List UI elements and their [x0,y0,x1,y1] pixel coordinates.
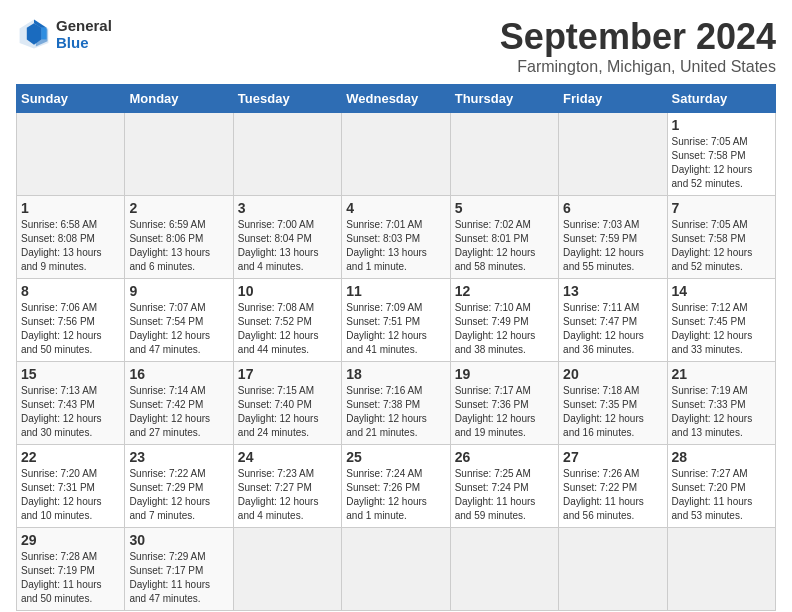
col-header-monday: Monday [125,85,233,113]
day-number: 1 [672,117,771,133]
calendar-cell [559,528,667,611]
day-number: 7 [672,200,771,216]
calendar-header-row: SundayMondayTuesdayWednesdayThursdayFrid… [17,85,776,113]
day-info: Sunrise: 7:28 AMSunset: 7:19 PMDaylight:… [21,550,120,606]
day-info: Sunrise: 7:29 AMSunset: 7:17 PMDaylight:… [129,550,228,606]
col-header-wednesday: Wednesday [342,85,450,113]
day-info: Sunrise: 7:02 AMSunset: 8:01 PMDaylight:… [455,218,554,274]
calendar-cell: 17Sunrise: 7:15 AMSunset: 7:40 PMDayligh… [233,362,341,445]
day-info: Sunrise: 7:06 AMSunset: 7:56 PMDaylight:… [21,301,120,357]
calendar-cell: 6Sunrise: 7:03 AMSunset: 7:59 PMDaylight… [559,196,667,279]
day-info: Sunrise: 7:25 AMSunset: 7:24 PMDaylight:… [455,467,554,523]
day-info: Sunrise: 7:01 AMSunset: 8:03 PMDaylight:… [346,218,445,274]
calendar-cell: 24Sunrise: 7:23 AMSunset: 7:27 PMDayligh… [233,445,341,528]
day-number: 15 [21,366,120,382]
day-number: 5 [455,200,554,216]
day-number: 22 [21,449,120,465]
day-info: Sunrise: 7:15 AMSunset: 7:40 PMDaylight:… [238,384,337,440]
calendar-cell: 22Sunrise: 7:20 AMSunset: 7:31 PMDayligh… [17,445,125,528]
day-info: Sunrise: 7:19 AMSunset: 7:33 PMDaylight:… [672,384,771,440]
day-info: Sunrise: 6:58 AMSunset: 8:08 PMDaylight:… [21,218,120,274]
calendar-cell: 13Sunrise: 7:11 AMSunset: 7:47 PMDayligh… [559,279,667,362]
day-number: 9 [129,283,228,299]
calendar-week-1: 1Sunrise: 6:58 AMSunset: 8:08 PMDaylight… [17,196,776,279]
calendar-cell [233,528,341,611]
calendar-cell: 7Sunrise: 7:05 AMSunset: 7:58 PMDaylight… [667,196,775,279]
calendar-cell: 18Sunrise: 7:16 AMSunset: 7:38 PMDayligh… [342,362,450,445]
day-info: Sunrise: 7:11 AMSunset: 7:47 PMDaylight:… [563,301,662,357]
location-subtitle: Farmington, Michigan, United States [500,58,776,76]
day-number: 28 [672,449,771,465]
day-number: 14 [672,283,771,299]
calendar-cell [342,528,450,611]
calendar-cell: 25Sunrise: 7:24 AMSunset: 7:26 PMDayligh… [342,445,450,528]
calendar-cell: 16Sunrise: 7:14 AMSunset: 7:42 PMDayligh… [125,362,233,445]
calendar-table: SundayMondayTuesdayWednesdayThursdayFrid… [16,84,776,611]
calendar-cell: 14Sunrise: 7:12 AMSunset: 7:45 PMDayligh… [667,279,775,362]
calendar-cell [342,113,450,196]
day-info: Sunrise: 7:16 AMSunset: 7:38 PMDaylight:… [346,384,445,440]
day-number: 19 [455,366,554,382]
day-info: Sunrise: 7:23 AMSunset: 7:27 PMDaylight:… [238,467,337,523]
calendar-cell: 26Sunrise: 7:25 AMSunset: 7:24 PMDayligh… [450,445,558,528]
page-header: General Blue September 2024 Farmington, … [16,16,776,76]
calendar-cell: 5Sunrise: 7:02 AMSunset: 8:01 PMDaylight… [450,196,558,279]
day-info: Sunrise: 7:12 AMSunset: 7:45 PMDaylight:… [672,301,771,357]
day-number: 25 [346,449,445,465]
day-number: 30 [129,532,228,548]
day-info: Sunrise: 7:14 AMSunset: 7:42 PMDaylight:… [129,384,228,440]
day-number: 26 [455,449,554,465]
calendar-week-3: 15Sunrise: 7:13 AMSunset: 7:43 PMDayligh… [17,362,776,445]
day-info: Sunrise: 7:27 AMSunset: 7:20 PMDaylight:… [672,467,771,523]
calendar-week-2: 8Sunrise: 7:06 AMSunset: 7:56 PMDaylight… [17,279,776,362]
logo-icon [16,16,52,52]
day-number: 20 [563,366,662,382]
logo: General Blue [16,16,112,52]
day-info: Sunrise: 7:08 AMSunset: 7:52 PMDaylight:… [238,301,337,357]
calendar-cell: 2Sunrise: 6:59 AMSunset: 8:06 PMDaylight… [125,196,233,279]
day-number: 23 [129,449,228,465]
title-block: September 2024 Farmington, Michigan, Uni… [500,16,776,76]
calendar-cell [559,113,667,196]
day-info: Sunrise: 7:13 AMSunset: 7:43 PMDaylight:… [21,384,120,440]
calendar-cell: 9Sunrise: 7:07 AMSunset: 7:54 PMDaylight… [125,279,233,362]
day-info: Sunrise: 7:22 AMSunset: 7:29 PMDaylight:… [129,467,228,523]
calendar-cell [450,528,558,611]
day-number: 12 [455,283,554,299]
calendar-cell: 30Sunrise: 7:29 AMSunset: 7:17 PMDayligh… [125,528,233,611]
day-number: 2 [129,200,228,216]
day-info: Sunrise: 7:03 AMSunset: 7:59 PMDaylight:… [563,218,662,274]
calendar-cell: 11Sunrise: 7:09 AMSunset: 7:51 PMDayligh… [342,279,450,362]
calendar-cell [667,528,775,611]
day-number: 21 [672,366,771,382]
col-header-thursday: Thursday [450,85,558,113]
day-number: 11 [346,283,445,299]
day-number: 10 [238,283,337,299]
col-header-tuesday: Tuesday [233,85,341,113]
logo-text: General Blue [56,17,112,51]
day-info: Sunrise: 7:18 AMSunset: 7:35 PMDaylight:… [563,384,662,440]
day-number: 27 [563,449,662,465]
day-info: Sunrise: 6:59 AMSunset: 8:06 PMDaylight:… [129,218,228,274]
month-year-title: September 2024 [500,16,776,58]
day-info: Sunrise: 7:17 AMSunset: 7:36 PMDaylight:… [455,384,554,440]
day-info: Sunrise: 7:05 AMSunset: 7:58 PMDaylight:… [672,218,771,274]
day-number: 13 [563,283,662,299]
calendar-cell: 28Sunrise: 7:27 AMSunset: 7:20 PMDayligh… [667,445,775,528]
day-info: Sunrise: 7:10 AMSunset: 7:49 PMDaylight:… [455,301,554,357]
calendar-week-0: 1Sunrise: 7:05 AMSunset: 7:58 PMDaylight… [17,113,776,196]
day-number: 18 [346,366,445,382]
calendar-week-5: 29Sunrise: 7:28 AMSunset: 7:19 PMDayligh… [17,528,776,611]
calendar-cell [450,113,558,196]
day-info: Sunrise: 7:20 AMSunset: 7:31 PMDaylight:… [21,467,120,523]
calendar-cell: 19Sunrise: 7:17 AMSunset: 7:36 PMDayligh… [450,362,558,445]
calendar-cell: 1Sunrise: 7:05 AMSunset: 7:58 PMDaylight… [667,113,775,196]
calendar-cell: 15Sunrise: 7:13 AMSunset: 7:43 PMDayligh… [17,362,125,445]
calendar-cell [17,113,125,196]
day-number: 17 [238,366,337,382]
day-number: 6 [563,200,662,216]
day-number: 4 [346,200,445,216]
day-number: 29 [21,532,120,548]
calendar-cell: 23Sunrise: 7:22 AMSunset: 7:29 PMDayligh… [125,445,233,528]
day-number: 24 [238,449,337,465]
